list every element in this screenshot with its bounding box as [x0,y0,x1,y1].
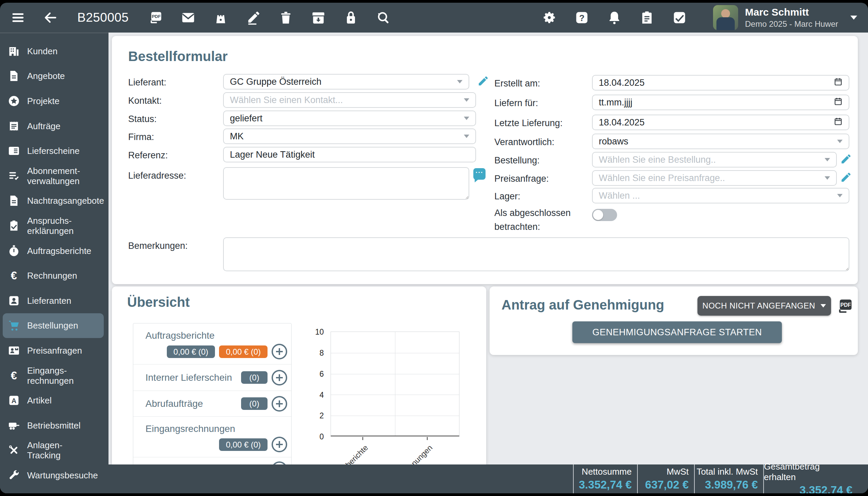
calendar-icon[interactable] [834,97,842,108]
abgeschlossen-label: Als abgeschlossen betrachten: [494,206,589,234]
sidebar-item-preisanfragen[interactable]: Preisanfragen [0,338,108,363]
overview-chart [330,331,460,436]
referenz-label: Referenz: [128,150,168,161]
main-content: Bestellformular Lieferant: GC Gruppe Öst… [108,33,868,464]
sidebar-item-wartungsbesuche[interactable]: Wartungsbesuche [0,463,108,488]
svg-text:PDF: PDF [840,302,851,308]
add-eingangsrechnung-button[interactable] [272,437,287,452]
add-auftragsbericht-button[interactable] [272,344,287,359]
status-badge: (0) [241,371,267,384]
firma-select[interactable]: MK [223,128,476,144]
verantwortlich-label: Verantwortlich: [494,137,554,148]
sidebar-item-projekte[interactable]: Projekte [0,89,108,113]
chevron-down-icon [464,117,469,120]
tasks-check-icon[interactable] [672,10,687,26]
calendar-icon[interactable] [834,117,842,128]
kontakt-select[interactable]: Wählen Sie einen Kontakt... [223,92,476,108]
trash-icon[interactable] [278,10,294,26]
approval-title: Antrag auf Genehmigung [501,297,664,313]
svg-text:€: € [11,269,17,282]
chevron-down-icon [457,80,463,83]
shopping-bag-icon[interactable] [213,10,229,26]
liefern-fuer-label: Liefern für: [494,98,538,108]
sidebar-item-abonnementverwaltungen[interactable]: Abonnement- verwaltungen [0,164,108,188]
letzte-lieferung-date-input[interactable]: 18.04.2025 [592,114,849,130]
y-tick: 8 [300,348,324,358]
sidebar-item-rechnungen[interactable]: € Rechnungen [0,263,108,288]
sidebar-item-lieferscheine[interactable]: Lieferscheine [0,138,108,164]
erstellt-am-label: Erstellt am: [494,78,540,89]
liefern-fuer-date-input[interactable]: tt.mm.jjjj [592,95,849,110]
sidebar: Kunden Angebote Projekte Aufträge Liefer… [0,33,108,493]
erstellt-am-date-input[interactable]: 18.04.2025 [592,75,849,91]
overview-list: Auftragsberichte 0,00 € (0) 0,00 € (0) I… [133,323,292,464]
sidebar-item-kunden[interactable]: Kunden [0,38,108,64]
star-circle-icon [7,95,20,107]
sidebar-item-eingangsrechnungen[interactable]: € Eingangs- rechnungen [0,363,108,388]
sidebar-item-auftragsberichte[interactable]: Auftragsberichte [0,238,108,263]
search-again-icon[interactable] [376,10,391,26]
sidebar-item-lieferanten[interactable]: Lieferanten [0,288,108,313]
hamburger-menu-icon[interactable] [10,10,26,26]
bemerkungen-label: Bemerkungen: [128,241,188,251]
sidebar-item-auftraege[interactable]: Aufträge [0,113,108,139]
sidebar-item-nachtragsangebote[interactable]: Nachtragsangebote [0,188,108,214]
abgeschlossen-toggle[interactable] [592,209,617,221]
settings-gear-icon[interactable] [542,10,557,26]
lieferadresse-textarea[interactable] [223,167,469,200]
kontakt-label: Kontakt: [128,96,162,106]
sidebar-item-betriebsmittel[interactable]: Betriebsmittel [0,413,108,438]
approval-status-dropdown[interactable]: NOCH NICHT ANGEFANGEN [697,296,831,316]
edit-bestellung-icon[interactable] [839,153,852,166]
bestellung-label: Bestellung: [494,155,540,166]
start-approval-button[interactable]: GENEHMIGUNGSANFRAGE STARTEN [572,321,782,343]
user-menu[interactable]: Marc Schmitt Demo 2025 - Marc Huwer [713,5,857,30]
add-interner-lieferschein-button[interactable] [272,370,287,386]
sidebar-item-anspruchserklaerungen[interactable]: Anspruchs- erklärungen [0,213,108,238]
sidebar-item-anlagentracking[interactable]: Anlagen- Tracking [0,438,108,463]
overview-title: Übersicht [127,295,190,310]
lock-icon[interactable] [343,10,359,26]
edit-pencil-icon[interactable] [246,10,261,26]
list-item-abrufauftraege: Abrufaufträge (0) [133,390,291,416]
add-abrufauftrag-button[interactable] [272,396,287,412]
overview-card: Übersicht Auftragsberichte 0,00 € (0) 0,… [112,286,486,464]
total-mwst: MwSt 637,02 € [637,464,694,493]
calendar-icon[interactable] [834,77,842,89]
order-form-card: Bestellformular Lieferant: GC Gruppe Öst… [112,36,858,284]
clipboard-icon[interactable] [639,10,655,26]
comment-bubble-icon[interactable] [473,168,485,180]
back-arrow-icon[interactable] [43,10,58,26]
add-item-button[interactable] [272,461,287,464]
lager-select[interactable]: Wählen ... [592,188,849,203]
status-badge: 0,00 € (0) [167,345,215,358]
status-badge: (0) [241,397,267,410]
verantwortlich-select[interactable]: robaws [592,134,849,149]
contact-badge-icon [7,294,20,307]
mail-icon[interactable] [181,10,196,26]
euro-icon: € [7,269,20,282]
edit-preisanfrage-icon[interactable] [839,172,852,184]
help-icon[interactable]: ? [574,10,590,26]
bemerkungen-textarea[interactable] [223,237,849,271]
top-bar: B250005 PDF [0,3,868,33]
status-select[interactable]: geliefert [223,110,476,126]
sidebar-item-bestellungen[interactable]: Bestellungen [3,313,104,338]
pdf-icon[interactable]: PDF [148,10,164,26]
edit-lieferant-icon[interactable] [477,75,489,88]
record-title: B250005 [77,11,129,25]
y-tick: 10 [300,327,324,337]
bestellung-select[interactable]: Wählen Sie eine Bestellung.. [592,152,837,168]
status-badge-orange: 0,00 € (0) [219,345,267,358]
chevron-down-icon [464,135,469,138]
lieferant-select[interactable]: GC Gruppe Österreich [223,74,469,90]
sidebar-item-artikel[interactable]: A Artikel [0,388,108,413]
preisanfrage-select[interactable]: Wählen Sie eine Preisanfrage.. [592,170,837,186]
archive-icon[interactable] [311,10,326,26]
sidebar-item-angebote[interactable]: Angebote [0,64,108,89]
receipt-icon [7,120,20,133]
approval-pdf-icon[interactable]: PDF [836,297,854,315]
referenz-input[interactable] [223,147,476,162]
notifications-bell-icon[interactable] [607,10,622,26]
chevron-down-icon [837,194,842,197]
